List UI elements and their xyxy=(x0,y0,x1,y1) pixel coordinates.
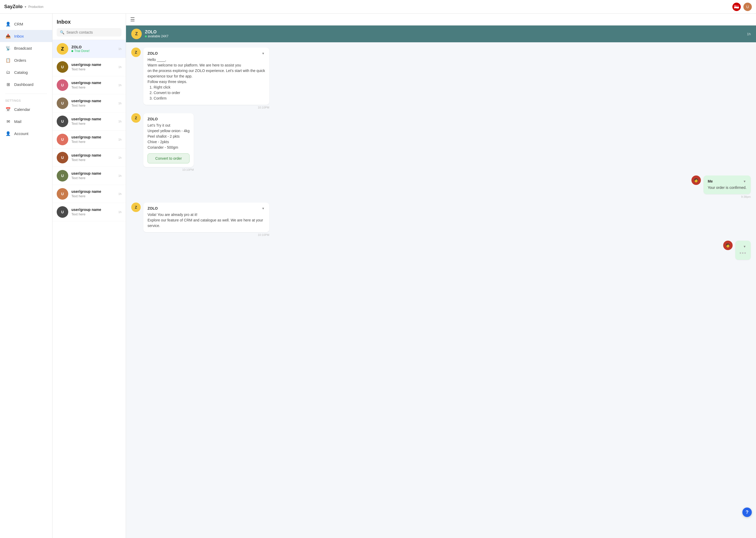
message-time: 10:10PM xyxy=(143,106,269,109)
message-chevron[interactable]: ▾ xyxy=(261,51,265,55)
message-time: 10:10PM xyxy=(143,233,269,237)
mail-icon: ✉ xyxy=(5,119,11,124)
contact-avatar: U xyxy=(57,206,68,218)
contact-item[interactable]: U user/group name Text here 1h xyxy=(53,203,126,221)
sidebar-item-dashboard[interactable]: ⊞ Dashboard xyxy=(0,78,52,90)
message-bubble: Me▾Your order is confirmed. xyxy=(703,176,751,194)
typing-chevron[interactable]: ▾ xyxy=(743,244,746,248)
sidebar-settings-calendar[interactable]: 📅 Calendar xyxy=(0,103,52,115)
brand-name: SayZolo xyxy=(4,4,23,10)
sidebar-label-dashboard: Dashboard xyxy=(14,82,33,87)
message-sender: Me▾ xyxy=(708,179,746,183)
chat-panel: ☰ Z ZOLO available 24X7 1h ZZOLO▾Hello _… xyxy=(126,14,756,538)
contact-time: 1h xyxy=(118,65,121,69)
message-content: ZOLO▾Hello ____, Warm welcome to our pla… xyxy=(143,48,269,109)
contact-item[interactable]: U user/group name Text here 1h xyxy=(53,167,126,185)
contact-avatar: U xyxy=(57,116,68,127)
contact-status: Trial Done! xyxy=(71,49,115,53)
chat-header-name: ZOLO xyxy=(145,30,744,34)
contact-time: 1h xyxy=(118,83,121,87)
sidebar-settings-account[interactable]: 👤 Account xyxy=(0,128,52,139)
convert-to-order-button[interactable]: Convert to order xyxy=(148,153,190,163)
contact-item[interactable]: U user/group name Text here 1h xyxy=(53,131,126,149)
dashboard-icon: ⊞ xyxy=(5,81,11,87)
contact-info: user/group name Text here xyxy=(71,207,115,216)
message-avatar: Z xyxy=(131,113,141,123)
message-content: Me▾Your order is confirmed.9:38pm xyxy=(703,176,751,198)
chat-header-avatar: Z xyxy=(131,28,142,39)
contact-preview: Text here xyxy=(71,140,85,144)
contact-time: 1h xyxy=(118,47,121,50)
contact-item[interactable]: U user/group name Text here 1h xyxy=(53,76,126,94)
main-layout: 👤 CRM📥 Inbox📡 Broadcast📋 Orders🗂 Catalog… xyxy=(0,14,756,538)
contact-avatar: U xyxy=(57,61,68,73)
contact-avatar: U xyxy=(57,134,68,145)
contact-time: 1h xyxy=(118,156,121,159)
topbar-right: 🇸🇬 U xyxy=(732,3,752,11)
contact-list: Z ZOLO Trial Done! 1hU user/group name T… xyxy=(53,40,126,538)
contact-time: 1h xyxy=(118,102,121,105)
sidebar-item-orders[interactable]: 📋 Orders xyxy=(0,54,52,66)
inbox-title: Inbox xyxy=(57,19,121,25)
sidebar: 👤 CRM📥 Inbox📡 Broadcast📋 Orders🗂 Catalog… xyxy=(0,14,53,538)
contact-name: user/group name xyxy=(71,135,115,139)
contact-item[interactable]: U user/group name Text here 1h xyxy=(53,185,126,203)
contact-info: user/group name Text here xyxy=(71,81,115,89)
contact-time: 1h xyxy=(118,210,121,214)
sidebar-item-broadcast[interactable]: 📡 Broadcast xyxy=(0,42,52,54)
sidebar-label-broadcast: Broadcast xyxy=(14,46,32,50)
flag-avatar[interactable]: 🇸🇬 xyxy=(732,3,741,11)
contact-time: 1h xyxy=(118,120,121,123)
search-box: 🔍 xyxy=(57,28,121,36)
contact-name: user/group name xyxy=(71,99,115,103)
contact-item[interactable]: U user/group name Text here 1h xyxy=(53,149,126,167)
message-row: ZZOLO▾Voila! You are already pro at it! … xyxy=(131,202,751,237)
contact-item[interactable]: U user/group name Text here 1h xyxy=(53,58,126,76)
help-button[interactable]: ? xyxy=(742,508,752,517)
chat-header-status: available 24X7 xyxy=(145,34,744,38)
sidebar-label-orders: Orders xyxy=(14,58,26,63)
message-chevron[interactable]: ▾ xyxy=(743,179,746,183)
typing-avatar: 🧑 xyxy=(723,241,732,250)
typing-dots: ••• xyxy=(739,250,746,256)
contact-item[interactable]: U user/group name Text here 1h xyxy=(53,94,126,112)
message-chevron[interactable]: ▾ xyxy=(261,206,265,210)
contact-name: user/group name xyxy=(71,117,115,121)
message-sender: ZOLO xyxy=(148,117,190,121)
sidebar-divider xyxy=(5,93,47,94)
sidebar-item-inbox[interactable]: 📥 Inbox xyxy=(0,30,52,42)
sidebar-settings-mail[interactable]: ✉ Mail xyxy=(0,115,52,128)
brand-chevron[interactable]: ▾ xyxy=(25,5,26,9)
contact-avatar: U xyxy=(57,79,68,91)
chat-header-info: ZOLO available 24X7 xyxy=(145,30,744,38)
typing-sender: ▾ xyxy=(739,244,746,248)
sidebar-item-crm[interactable]: 👤 CRM xyxy=(0,18,52,30)
menu-icon[interactable]: ☰ xyxy=(130,16,135,23)
message-bubble: ZOLO▾Voila! You are already pro at it! E… xyxy=(143,202,269,232)
user-avatar[interactable]: U xyxy=(743,3,752,11)
typing-indicator-row: ▾ ••• 🧑 xyxy=(131,241,751,260)
contact-info: user/group name Text here xyxy=(71,135,115,144)
contact-preview: Text here xyxy=(71,158,85,162)
sidebar-item-catalog[interactable]: 🗂 Catalog xyxy=(0,66,52,78)
search-input[interactable] xyxy=(67,30,118,34)
contact-preview: Text here xyxy=(71,85,85,89)
contact-name: user/group name xyxy=(71,81,115,85)
message-time: 9:38pm xyxy=(703,195,751,198)
broadcast-icon: 📡 xyxy=(5,45,11,51)
message-sender: ZOLO▾ xyxy=(148,206,265,210)
crm-icon: 👤 xyxy=(5,21,11,27)
contact-item[interactable]: Z ZOLO Trial Done! 1h xyxy=(53,40,126,58)
contact-item[interactable]: U user/group name Text here 1h xyxy=(53,112,126,131)
chat-header-time: 1h xyxy=(747,32,751,36)
message-content: ZOLO▾Voila! You are already pro at it! E… xyxy=(143,202,269,237)
contact-name: user/group name xyxy=(71,171,115,176)
brand-sub: Production xyxy=(28,5,43,9)
contact-preview: Text here xyxy=(71,122,85,126)
message-avatar: Z xyxy=(131,48,141,57)
message-bubble: ZOLOLet's Try it out Unpeel yellow onion… xyxy=(143,113,194,167)
contact-name: user/group name xyxy=(71,63,115,67)
message-avatar: 🧑 xyxy=(691,176,701,185)
contact-info: user/group name Text here xyxy=(71,117,115,126)
sender-name: ZOLO xyxy=(148,117,158,121)
